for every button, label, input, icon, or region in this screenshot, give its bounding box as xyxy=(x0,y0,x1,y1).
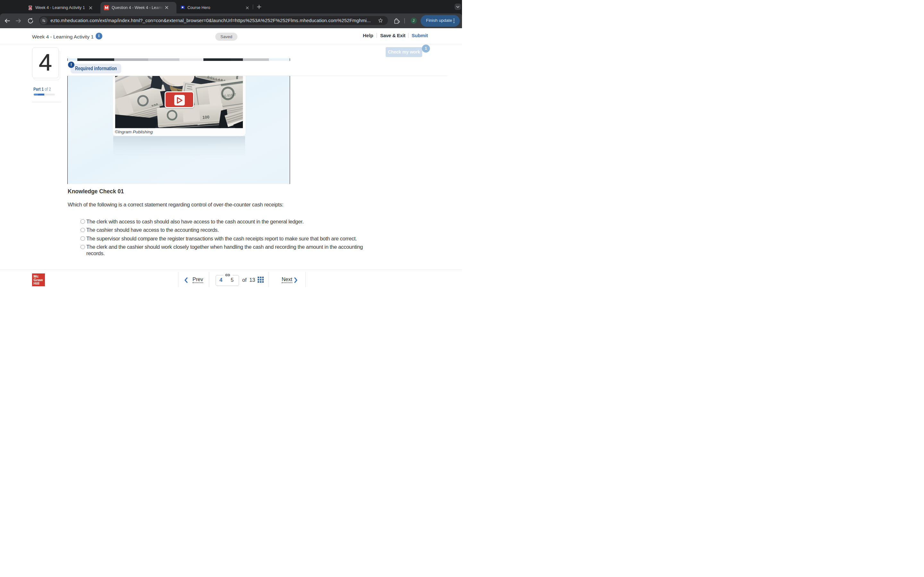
svg-text:100: 100 xyxy=(202,114,210,119)
